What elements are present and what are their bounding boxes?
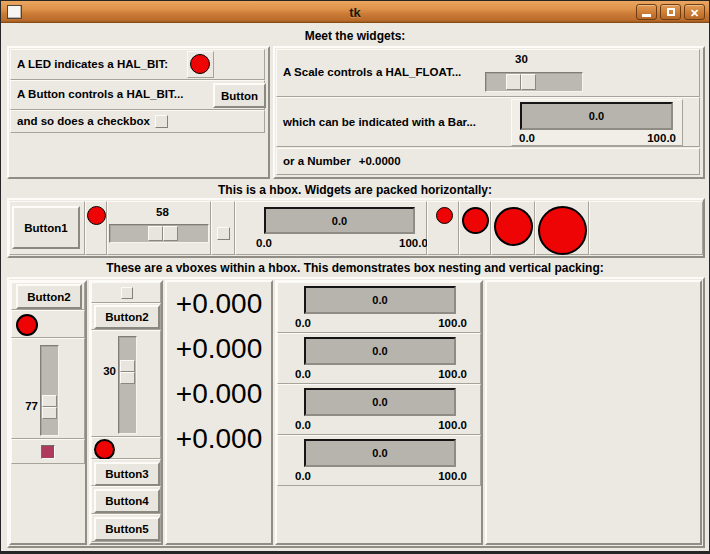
col2-led-cell xyxy=(91,437,161,459)
scale-value-label: 30 xyxy=(506,53,537,65)
col1-scale-value: 77 xyxy=(14,400,38,412)
handle-top-half xyxy=(42,395,57,407)
bar-3-max: 100.0 xyxy=(438,419,467,431)
button3[interactable]: Button3 xyxy=(94,462,160,486)
col1-scale-trough[interactable] xyxy=(40,345,59,436)
hbox-led-cell xyxy=(85,201,107,255)
col1-checkbox-cell xyxy=(11,439,85,464)
bar-min-label: 0.0 xyxy=(519,132,535,144)
number-demo-label: or a Number xyxy=(283,155,351,169)
col1-scale-cell: 77 xyxy=(11,338,85,439)
hal-float-scale-trough[interactable] xyxy=(485,72,583,92)
vbox-col4-bars: 0.0 0.0 100.0 0.0 0.0 100.0 0.0 0.0 100.… xyxy=(275,280,483,545)
hal-bit-checkbox[interactable] xyxy=(155,115,168,128)
bar-4-max: 100.0 xyxy=(438,470,467,482)
bar-group-3: 0.0 0.0 100.0 xyxy=(277,384,481,435)
vbox-col2: Button2 30 Button3 Button4 Button5 xyxy=(89,280,163,545)
close-icon xyxy=(690,3,699,21)
number-display-1: +0.000 xyxy=(167,288,271,320)
minimize-icon xyxy=(642,14,651,17)
hbox-scale-trough[interactable] xyxy=(109,224,209,243)
led-box xyxy=(187,51,214,78)
hbox-led-large xyxy=(494,207,533,246)
hbox-bar-max: 100.0 xyxy=(399,237,428,249)
hal-bit-button[interactable]: Button xyxy=(213,83,266,108)
bar-3: 0.0 xyxy=(304,388,456,416)
col1-scale-handle[interactable] xyxy=(42,395,57,419)
bar-widget-panel: 0.0 0.0 100.0 xyxy=(511,99,683,146)
led-demo-label: A LED indicates a HAL_BIT: xyxy=(17,58,168,72)
hbox-led xyxy=(87,206,106,225)
bar-max-label: 100.0 xyxy=(647,132,676,144)
vbox-col5-empty xyxy=(485,280,702,545)
bar-group-4: 0.0 0.0 100.0 xyxy=(277,435,481,486)
hbox-frame: Button1 58 0.0 0.0 100.0 xyxy=(7,198,705,258)
hbox-button-cell: Button1 xyxy=(9,201,85,255)
col2-scale-trough[interactable] xyxy=(118,336,137,434)
bar-1: 0.0 xyxy=(304,286,456,314)
scale-demo-row: A Scale controls a HAL_FLOAT... 30 xyxy=(276,49,700,97)
bar-1-min: 0.0 xyxy=(295,317,311,329)
hbox-bar: 0.0 xyxy=(264,207,415,234)
col2-scale-value: 30 xyxy=(94,365,116,377)
checkbox-demo-row: and so does a checkbox xyxy=(10,110,265,133)
hal-float-bar: 0.0 xyxy=(520,102,673,130)
col1-checkbox-checked[interactable] xyxy=(41,445,55,459)
hbox-scale-cell: 58 xyxy=(107,201,211,255)
col2-checkbox[interactable] xyxy=(121,287,133,299)
intro-right-frame: A Scale controls a HAL_FLOAT... 30 which… xyxy=(273,46,705,179)
hbox-led-medium xyxy=(462,207,489,234)
button5[interactable]: Button5 xyxy=(94,517,160,541)
col2-led xyxy=(94,439,115,460)
hbox-title: This is a hbox. Widgets are packed horiz… xyxy=(1,183,709,197)
vbox-col3-numbers: +0.000 +0.000 +0.000 +0.000 xyxy=(165,280,273,545)
hbox-led-medium-cell xyxy=(459,201,491,255)
hbox-checkbox[interactable] xyxy=(217,227,230,240)
intro-left-frame: A LED indicates a HAL_BIT: A Button cont… xyxy=(7,46,270,179)
number-display-3: +0.000 xyxy=(167,378,271,410)
bar-group-2: 0.0 0.0 100.0 xyxy=(277,333,481,384)
handle-left-half xyxy=(148,226,163,241)
bar-group-1: 0.0 0.0 100.0 xyxy=(277,282,481,333)
button2-col1[interactable]: Button2 xyxy=(16,284,82,309)
vboxes-frame: Button2 77 Button2 3 xyxy=(7,277,705,548)
hbox-bar-min: 0.0 xyxy=(256,237,272,249)
hbox-led-large-cell xyxy=(491,201,535,255)
hbox-checkbox-cell xyxy=(211,201,235,255)
maximize-button[interactable] xyxy=(660,4,681,20)
hbox-bar-cell: 0.0 0.0 100.0 xyxy=(235,201,427,255)
col2-checkbox-cell xyxy=(91,282,161,303)
page-title: Meet the widgets: xyxy=(1,29,709,43)
hbox-scale-handle[interactable] xyxy=(148,226,178,241)
checkbox-demo-label: and so does a checkbox xyxy=(17,115,150,129)
col2-scale-handle[interactable] xyxy=(120,360,135,384)
close-button[interactable] xyxy=(684,4,705,20)
handle-right-half xyxy=(521,74,536,90)
button1[interactable]: Button1 xyxy=(12,206,80,249)
led-demo-row: A LED indicates a HAL_BIT: xyxy=(10,49,265,80)
col1-led xyxy=(16,314,38,336)
scale-demo-label: A Scale controls a HAL_FLOAT... xyxy=(283,66,461,80)
window-controls xyxy=(636,4,705,20)
bar-1-max: 100.0 xyxy=(438,317,467,329)
bar-2-min: 0.0 xyxy=(295,368,311,380)
window-title: tk xyxy=(1,1,709,23)
button-demo-row: A Button controls a HAL_BIT... Button xyxy=(10,80,265,110)
button4[interactable]: Button4 xyxy=(94,489,160,513)
handle-bottom-half xyxy=(120,372,135,384)
col2-button-cell: Button2 xyxy=(91,303,161,330)
col2-button5-cell: Button5 xyxy=(91,514,161,542)
minimize-button[interactable] xyxy=(636,4,657,20)
bar-demo-label: which can be indicated with a Bar... xyxy=(283,116,476,130)
handle-top-half xyxy=(120,360,135,372)
bar-4-min: 0.0 xyxy=(295,470,311,482)
maximize-icon xyxy=(667,8,675,16)
hbox-led-small-cell xyxy=(427,201,459,255)
hal-float-scale-handle[interactable] xyxy=(506,74,536,90)
hal-number-value: +0.0000 xyxy=(359,155,401,169)
number-demo-row: or a Number +0.0000 xyxy=(276,148,700,175)
titlebar[interactable]: tk xyxy=(1,1,709,23)
button2-col2[interactable]: Button2 xyxy=(94,305,160,329)
bar-2-max: 100.0 xyxy=(438,368,467,380)
bar-2: 0.0 xyxy=(304,337,456,365)
